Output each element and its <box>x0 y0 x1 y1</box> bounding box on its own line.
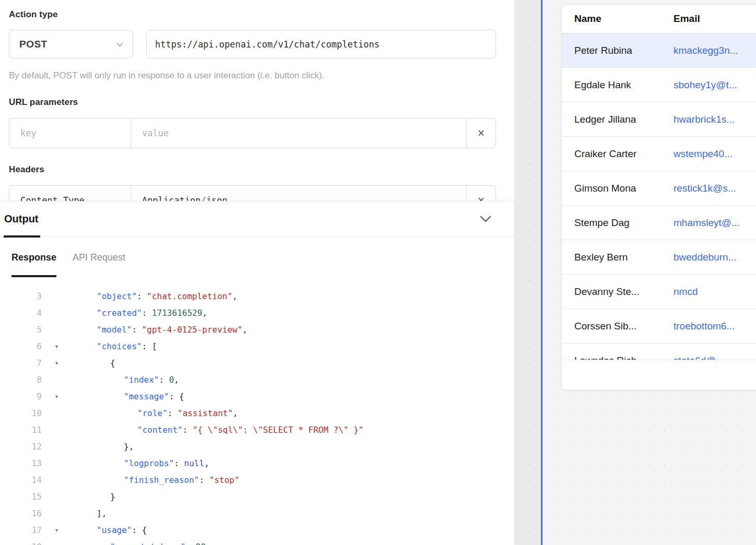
code-text: "object": "chat.completion", <box>68 288 238 305</box>
name-cell[interactable]: Peter Rubina <box>574 45 674 56</box>
email-link[interactable]: hwarbrick1s... <box>674 114 756 125</box>
output-tabs: Response API Request <box>0 237 514 278</box>
output-panel: Output Response API Request 3"object": "… <box>0 201 514 545</box>
panel-resize-handle[interactable] <box>541 0 542 545</box>
code-line-11: 11"content": "{ \"sql\": \"SELECT * FROM… <box>0 422 514 439</box>
app-editor: Action type POST https://api.openai.com/… <box>0 0 756 545</box>
code-text: "choices": [ <box>68 338 157 355</box>
param-value-input[interactable] <box>142 128 455 138</box>
code-text: } <box>68 489 115 505</box>
fold-spacer <box>42 539 68 545</box>
fold-toggle-icon[interactable]: ▾ <box>42 338 68 355</box>
fold-toggle-icon[interactable]: ▾ <box>42 355 68 372</box>
method-select[interactable]: POST <box>9 30 133 58</box>
table-row[interactable]: Bexley Bernbweddeburn... <box>562 240 756 275</box>
email-link[interactable]: mhamsleyt@... <box>674 217 756 229</box>
line-number: 9 <box>0 388 42 405</box>
fold-spacer <box>42 372 68 388</box>
line-number: 16 <box>0 505 42 522</box>
code-line-17: 17▾"usage": { <box>0 522 514 539</box>
remove-param-button[interactable]: × <box>466 119 495 148</box>
tab-api-request[interactable]: API Request <box>73 237 125 278</box>
method-helper-text: By default, POST will only run in respon… <box>9 70 496 81</box>
name-cell[interactable]: Lowndes Rich... <box>574 355 674 360</box>
line-number: 11 <box>0 422 42 439</box>
column-header-email[interactable]: Email <box>674 13 756 25</box>
output-title: Output <box>4 213 39 225</box>
canvas-dot-grid-left <box>514 0 541 545</box>
action-type-label: Action type <box>9 9 496 20</box>
name-cell[interactable]: Devanny Ste... <box>574 286 674 298</box>
param-key-input[interactable] <box>20 128 120 138</box>
param-value-cell <box>131 119 466 148</box>
response-code-viewer[interactable]: 3"object": "chat.completion",4"created":… <box>0 278 514 545</box>
param-key-cell <box>9 119 131 148</box>
email-link[interactable]: sbohey1y@t... <box>674 79 756 91</box>
line-number: 14 <box>0 472 42 489</box>
email-link[interactable]: bweddeburn... <box>674 252 756 263</box>
table-row[interactable]: Peter Rubinakmackegg3n... <box>562 33 756 68</box>
table-row[interactable]: Devanny Ste...nmcd <box>562 275 756 309</box>
code-line-9: 9▾"message": { <box>0 388 514 405</box>
name-cell[interactable]: Ledger Jillana <box>574 114 674 125</box>
fold-spacer <box>42 489 68 505</box>
table-row[interactable]: Lowndes Rich...stote6d@... <box>562 343 756 360</box>
code-text: "logprobs": null, <box>68 455 209 472</box>
fold-toggle-icon[interactable]: ▾ <box>42 522 68 539</box>
name-cell[interactable]: Gimson Mona <box>574 183 674 194</box>
line-number: 10 <box>0 405 42 422</box>
close-icon: × <box>478 127 485 139</box>
line-number: 7 <box>0 355 42 372</box>
fold-spacer <box>42 439 68 455</box>
email-link[interactable]: stote6d@... <box>674 355 756 360</box>
code-text: "finish_reason": "stop" <box>68 472 240 489</box>
code-line-6: 6▾"choices": [ <box>0 338 514 355</box>
name-cell[interactable]: Corssen Sib... <box>574 321 674 332</box>
fold-spacer <box>42 422 68 439</box>
fold-spacer <box>42 322 68 338</box>
column-header-name[interactable]: Name <box>574 13 674 25</box>
table-body: Peter Rubinakmackegg3n...Egdale Hanksboh… <box>562 33 756 360</box>
code-text: "model": "gpt-4-0125-preview", <box>68 322 247 338</box>
table-header-row: Name Email <box>562 5 756 33</box>
code-line-10: 10"role": "assistant", <box>0 405 514 422</box>
code-line-15: 15} <box>0 489 514 505</box>
name-cell[interactable]: Stempe Dag <box>574 217 674 229</box>
query-editor-panel: Action type POST https://api.openai.com/… <box>0 0 514 545</box>
code-text: ], <box>68 505 107 522</box>
code-text: "prompt_tokens": 90, <box>68 539 211 545</box>
table-row[interactable]: Ledger Jillanahwarbrick1s... <box>562 102 756 137</box>
table-row[interactable]: Craiker Carterwstempe40... <box>562 137 756 171</box>
code-line-18: 18"prompt_tokens": 90, <box>0 539 514 545</box>
name-cell[interactable]: Bexley Bern <box>574 252 674 263</box>
line-number: 4 <box>0 305 42 322</box>
collapse-output-button[interactable] <box>480 216 491 222</box>
email-link[interactable]: wstempe40... <box>674 148 756 160</box>
code-text: { <box>68 355 115 372</box>
email-link[interactable]: kmackegg3n... <box>674 45 756 56</box>
email-link[interactable]: restick1k@s... <box>674 183 756 194</box>
email-link[interactable]: troebottom6... <box>674 321 756 332</box>
table-row[interactable]: Egdale Hanksbohey1y@t... <box>562 68 756 102</box>
code-text: "role": "assistant", <box>68 405 238 422</box>
code-text: "usage": { <box>68 522 147 539</box>
email-link[interactable]: nmcd <box>674 286 756 298</box>
tab-response[interactable]: Response <box>11 237 56 278</box>
fold-spacer <box>42 305 68 322</box>
name-cell[interactable]: Egdale Hank <box>574 79 674 91</box>
table-row[interactable]: Corssen Sib...troebottom6... <box>562 309 756 343</box>
url-input[interactable]: https://api.openai.com/v1/chat/completio… <box>146 30 496 58</box>
code-text: "message": { <box>68 388 184 405</box>
fold-spacer <box>42 405 68 422</box>
url-value: https://api.openai.com/v1/chat/completio… <box>155 39 380 50</box>
table-row[interactable]: Stempe Dagmhamsleyt@... <box>562 206 756 240</box>
code-line-4: 4"created": 1713616529, <box>0 305 514 322</box>
table-row[interactable]: Gimson Monarestick1k@s... <box>562 171 756 206</box>
code-text: }, <box>68 439 134 455</box>
line-number: 12 <box>0 439 42 455</box>
name-cell[interactable]: Craiker Carter <box>574 148 674 160</box>
fold-toggle-icon[interactable]: ▾ <box>42 388 68 405</box>
fold-spacer <box>42 472 68 489</box>
code-text: "created": 1713616529, <box>68 305 207 322</box>
line-number: 13 <box>0 455 42 472</box>
